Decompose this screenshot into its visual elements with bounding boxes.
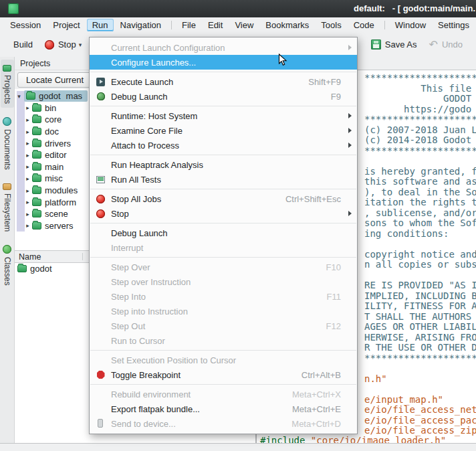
expander-icon[interactable]: ▸ [23, 163, 32, 170]
menubar-item-tools[interactable]: Tools [316, 19, 346, 31]
menu-separator [90, 223, 356, 223]
menu-item-shortcut: Meta+Ctrl+X [292, 389, 341, 399]
code-token: https://godo [364, 104, 471, 114]
menu-item-step-into: Step IntoF11 [90, 289, 357, 304]
tree-item-label: doc [45, 126, 59, 137]
folder-icon [32, 116, 41, 123]
menu-item-label: Send to device... [111, 419, 279, 429]
code-line: ILITY, FITNESS FOR A P [364, 301, 476, 312]
menubar-item-window[interactable]: Window [390, 19, 431, 31]
code-line [364, 384, 476, 395]
submenu-arrow [345, 113, 352, 118]
menu-item-label: Current Launch Configuration [111, 43, 329, 53]
menu-item-run-heaptrack-analysis[interactable]: Run Heaptrack Analysis [90, 157, 357, 172]
code-token: R THE USE OR OTHER DEAL [364, 342, 476, 353]
code-token: ing conditions: [364, 228, 449, 239]
expander-icon[interactable]: ▸ [23, 152, 32, 159]
menu-item-run-all-tests[interactable]: Run All Tests [90, 172, 357, 187]
code-line: e/io/file_access_networ [364, 405, 476, 416]
submenu-arrow [345, 45, 352, 50]
code-token: GODOT E [364, 93, 476, 104]
code-token: IMPLIED, INCLUDING BUT [364, 290, 476, 301]
code-token: e/io/file_access_networ [364, 404, 476, 415]
menu-separator [90, 72, 356, 72]
classes-icon [3, 245, 11, 254]
menu-separator [90, 189, 356, 189]
undo-button: ↶ Undo [424, 36, 468, 53]
expander-icon[interactable]: ▾ [15, 93, 23, 100]
expander-icon[interactable]: ▸ [23, 199, 32, 205]
expander-icon[interactable]: ▸ [23, 222, 32, 229]
menubar-item-code[interactable]: Code [348, 19, 380, 31]
menu-icon-slot [95, 291, 106, 302]
code-token: e/io/file_access_zip.h" [364, 425, 476, 436]
folder-icon [32, 175, 41, 182]
code-token: RE IS PROVIDED "AS IS", [364, 280, 476, 290]
menubar-item-bookmarks[interactable]: Bookmarks [260, 19, 314, 31]
dock-tab-classes[interactable]: Classes [1, 241, 14, 290]
stop-dropdown-arrow-icon[interactable]: ▾ [79, 41, 82, 48]
menu-item-debug-launch[interactable]: Debug Launch [90, 225, 357, 240]
window-title: default: - [ godot:main/main. [354, 3, 475, 13]
menu-item-examine-core-file[interactable]: Examine Core File [90, 123, 357, 138]
code-line: T SHALL THE AUTHORS OR [364, 312, 476, 323]
run-menu-popup: Current Launch ConfigurationConfigure La… [89, 37, 358, 434]
menubar-item-session[interactable]: Session [5, 19, 46, 31]
menu-item-attach-to-process[interactable]: Attach to Process [90, 138, 357, 153]
code-token: AGES OR OTHER LIABILITY [364, 321, 476, 332]
code-token: *********************** [364, 145, 476, 156]
build-button[interactable]: Build [8, 36, 38, 53]
code-line: is hereby granted, fre [364, 167, 476, 177]
menubar-item-view[interactable]: View [229, 19, 259, 31]
menu-item-label: Set Execution Position to Cursor [111, 355, 329, 365]
code-token: *********************** [364, 114, 476, 124]
menu-item-label: Debug Launch [111, 228, 329, 238]
menubar-item-navigation[interactable]: Navigation [115, 19, 166, 31]
menu-item-export-flatpak-bundle[interactable]: Export flatpak bundle...Meta+Ctrl+E [90, 401, 357, 416]
expander-icon[interactable]: ▸ [23, 104, 32, 111]
menu-item-shortcut: F10 [326, 262, 341, 272]
expander-icon[interactable]: ▸ [23, 128, 32, 135]
menu-item-stop-all-jobs[interactable]: Stop All JobsCtrl+Shift+Esc [90, 191, 357, 206]
folder-icon [32, 222, 41, 230]
code-token: sons to whom the Softwa [364, 217, 476, 228]
code-line: RE IS PROVIDED "AS IS", [364, 280, 476, 291]
tree-item-label: scene [45, 209, 68, 219]
tree-item-label: platform [45, 197, 76, 207]
menubar-item-project[interactable]: Project [47, 19, 85, 31]
project-list-item-label: godot [30, 264, 52, 274]
expander-icon[interactable]: ▸ [23, 140, 32, 147]
menubar-item-edit[interactable]: Edit [203, 19, 228, 31]
save-as-button[interactable]: Save As [366, 36, 423, 53]
code-token: n.h" [364, 373, 387, 384]
locate-current-button[interactable]: Locate Current [17, 72, 92, 88]
expander-icon[interactable]: ▸ [23, 175, 32, 182]
menu-item-execute-launch[interactable]: Execute LaunchShift+F9 [90, 74, 357, 89]
undo-icon: ↶ [429, 40, 438, 50]
menu-item-debug-launch[interactable]: Debug LaunchF9 [90, 89, 357, 104]
menubar-item-settings[interactable]: Settings [433, 19, 475, 31]
expander-icon[interactable]: ▸ [23, 187, 32, 194]
expander-icon[interactable]: ▸ [23, 116, 32, 123]
folder-icon [32, 104, 41, 112]
stop-icon [95, 193, 106, 204]
menu-item-toggle-breakpoint[interactable]: Toggle BreakpointCtrl+Alt+B [90, 367, 357, 382]
tree-item-label: drivers [45, 139, 71, 149]
menu-item-runtime-host-system[interactable]: Runtime: Host System [90, 108, 357, 123]
stop-button-label: Stop [58, 39, 76, 50]
menu-item-label: Run All Tests [111, 175, 329, 185]
folder-icon [17, 265, 27, 272]
stop-button[interactable]: Stop ▾ [39, 36, 87, 53]
tree-item-label: modules [45, 185, 78, 195]
menu-item-configure-launches[interactable]: Configure Launches... [90, 55, 357, 70]
expander-icon[interactable]: ▸ [23, 211, 32, 217]
menubar-item-run[interactable]: Run [87, 19, 114, 31]
dock-tab-filesystem[interactable]: Filesystem [1, 179, 14, 236]
editor-visible-lines: *********************** This file i GODO… [364, 73, 476, 436]
menu-item-stop[interactable]: Stop [90, 206, 357, 221]
code-line: (c) 2014-2018 Godot E [364, 135, 476, 146]
dock-tab-projects[interactable]: Projects [1, 60, 14, 108]
code-token: *********************** [364, 353, 476, 363]
menubar-item-file[interactable]: File [176, 19, 201, 31]
dock-tab-documents[interactable]: Documents [1, 113, 14, 174]
